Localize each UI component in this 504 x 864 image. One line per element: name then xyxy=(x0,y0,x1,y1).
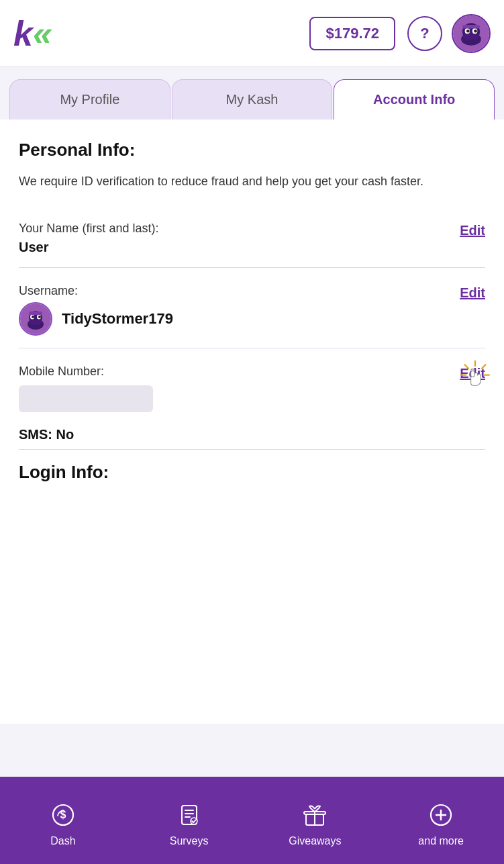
svg-point-6 xyxy=(474,29,477,32)
svg-point-14 xyxy=(32,316,34,318)
svg-rect-7 xyxy=(462,24,480,28)
mobile-label: Mobile Number: xyxy=(19,365,153,379)
name-field-row: Your Name (first and last): User Edit xyxy=(19,209,485,260)
name-label: Your Name (first and last): xyxy=(19,222,158,236)
and-more-label: and more xyxy=(418,835,464,847)
dash-icon: $ xyxy=(52,804,74,831)
ninja-avatar-icon xyxy=(453,15,489,52)
nav-item-giveaways[interactable]: Giveaways xyxy=(252,777,379,864)
username-field-left: Username: TidyStormer179 xyxy=(19,284,173,336)
name-edit-button[interactable]: Edit xyxy=(460,223,485,238)
nav-item-surveys[interactable]: Surveys xyxy=(126,777,252,864)
svg-point-15 xyxy=(38,316,41,318)
surveys-icon xyxy=(178,804,201,831)
username-avatar-icon xyxy=(19,302,52,336)
name-field-left: Your Name (first and last): User xyxy=(19,222,158,255)
mobile-field-row: Mobile Number: Edit xyxy=(19,352,485,418)
username-divider xyxy=(19,348,485,348)
name-divider xyxy=(19,267,485,268)
mobile-blurred-value xyxy=(19,385,153,412)
username-edit-button[interactable]: Edit xyxy=(460,285,485,301)
sms-status: SMS: No xyxy=(19,427,485,442)
user-avatar[interactable] xyxy=(452,14,491,53)
main-content: Personal Info: We require ID verificatio… xyxy=(0,119,504,724)
personal-info-description: We require ID verification to reduce fra… xyxy=(19,173,485,191)
username-field-row: Username: TidyStormer179 xyxy=(19,272,485,341)
app-header: k« $179.72 ? xyxy=(0,0,504,67)
tab-bar: My Profile My Kash Account Info xyxy=(0,67,504,119)
tab-my-kash[interactable]: My Kash xyxy=(172,79,333,119)
giveaways-label: Giveaways xyxy=(289,835,341,847)
plus-icon xyxy=(430,804,452,831)
tab-account-info[interactable]: Account Info xyxy=(334,79,495,119)
username-value-row: TidyStormer179 xyxy=(19,302,173,336)
username-label: Username: xyxy=(19,284,173,298)
logo-chevrons: « xyxy=(33,14,52,53)
logo-letter-k: k xyxy=(13,16,33,51)
bottom-navigation: $ Dash Surveys xyxy=(0,777,504,864)
username-text: TidyStormer179 xyxy=(62,310,173,328)
nav-item-dash[interactable]: $ Dash xyxy=(0,777,126,864)
svg-point-5 xyxy=(466,29,470,32)
help-button[interactable]: ? xyxy=(407,16,442,51)
name-value: User xyxy=(19,240,158,255)
username-ninja-icon xyxy=(20,303,51,334)
svg-point-17 xyxy=(29,320,42,325)
app-logo: k« xyxy=(13,13,309,54)
mobile-edit-button[interactable]: Edit xyxy=(460,366,485,381)
svg-rect-16 xyxy=(29,311,42,315)
svg-point-8 xyxy=(463,34,479,40)
giveaways-icon xyxy=(303,804,327,831)
surveys-label: Surveys xyxy=(170,835,209,847)
login-info-title: Login Info: xyxy=(19,462,485,483)
mobile-edit-area: Edit xyxy=(460,365,485,381)
dash-label: Dash xyxy=(50,835,75,847)
personal-info-title: Personal Info: xyxy=(19,140,485,160)
nav-item-and-more[interactable]: and more xyxy=(378,777,504,864)
balance-badge[interactable]: $179.72 xyxy=(309,17,395,50)
tab-my-profile[interactable]: My Profile xyxy=(9,79,170,119)
sms-divider xyxy=(19,449,485,450)
mobile-field-left: Mobile Number: xyxy=(19,365,153,412)
